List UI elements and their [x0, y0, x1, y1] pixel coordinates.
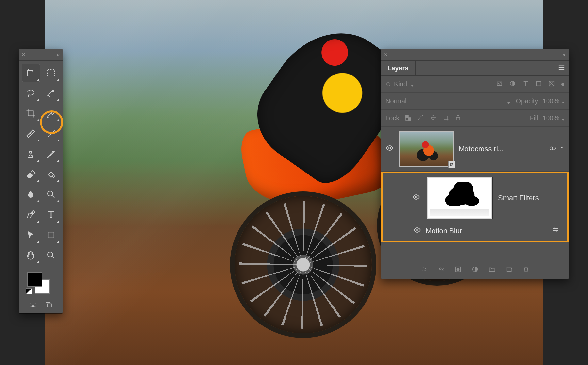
svg-rect-3: [48, 232, 54, 238]
tutorial-highlight-rect: Smart Filters Motion Blur: [381, 172, 569, 242]
svg-rect-17: [456, 117, 460, 120]
fill-label: Fill:: [530, 114, 540, 122]
eraser-tool[interactable]: [22, 165, 40, 183]
quick-mask-icon[interactable]: [28, 300, 38, 309]
svg-point-18: [389, 147, 391, 149]
new-group-icon[interactable]: [488, 266, 496, 274]
layer-row[interactable]: ▧ Motocross ri... ⌃: [381, 127, 569, 172]
lock-pixels-icon[interactable]: [417, 114, 424, 122]
new-adjustment-icon[interactable]: [471, 266, 479, 274]
chevron-down-icon: [507, 98, 510, 106]
lock-artboard-icon[interactable]: [442, 114, 449, 122]
zoom-tool[interactable]: [42, 246, 60, 264]
svg-rect-8: [47, 304, 51, 307]
fill-value[interactable]: 100%: [543, 114, 559, 122]
svg-rect-0: [48, 70, 54, 76]
close-icon[interactable]: ×: [22, 51, 25, 58]
svg-rect-28: [507, 267, 511, 272]
visibility-toggle-icon[interactable]: [411, 193, 421, 203]
tab-layers[interactable]: Layers: [381, 61, 416, 75]
visibility-toggle-icon[interactable]: [413, 226, 421, 236]
filter-type-icon[interactable]: [522, 80, 529, 89]
chevron-down-icon[interactable]: [562, 115, 564, 123]
add-mask-icon[interactable]: [454, 266, 462, 274]
svg-point-2: [48, 191, 53, 196]
svg-point-21: [415, 196, 417, 198]
expand-filters-icon[interactable]: ⌃: [560, 145, 564, 153]
svg-rect-5: [30, 303, 36, 307]
svg-rect-7: [46, 303, 50, 306]
visibility-toggle-icon[interactable]: [385, 144, 395, 154]
filter-toggle-icon[interactable]: [561, 83, 564, 86]
filter-blend-options-icon[interactable]: [552, 226, 559, 236]
opacity-label: Opacity:: [516, 97, 540, 105]
lasso-tool[interactable]: [22, 84, 40, 102]
foreground-color-swatch[interactable]: [27, 272, 42, 287]
svg-rect-15: [406, 115, 408, 118]
svg-rect-16: [408, 118, 411, 120]
layer-thumbnail[interactable]: [399, 131, 454, 167]
lock-label: Lock:: [385, 114, 401, 122]
collapse-icon[interactable]: «: [563, 51, 566, 58]
dodge-tool[interactable]: [42, 186, 60, 203]
blend-mode-select[interactable]: Normal: [385, 97, 512, 105]
filter-label: Kind: [394, 80, 407, 88]
close-icon[interactable]: ×: [384, 51, 388, 58]
default-colors-icon[interactable]: [26, 288, 32, 294]
smart-object-badge-icon: ▧: [448, 161, 455, 168]
color-swatches[interactable]: [25, 270, 51, 295]
type-tool[interactable]: [42, 206, 60, 224]
svg-point-6: [32, 304, 34, 306]
shape-tool[interactable]: [42, 226, 60, 244]
layers-empty-area: [381, 242, 569, 261]
filter-mask-thumbnail[interactable]: [427, 177, 492, 219]
crop-tool[interactable]: [22, 105, 40, 122]
svg-rect-12: [537, 81, 541, 86]
filter-adjust-icon[interactable]: [509, 80, 516, 89]
blur-tool[interactable]: [22, 186, 40, 203]
svg-point-23: [554, 228, 555, 229]
layer-filter-select[interactable]: Kind: [385, 80, 492, 88]
filter-shape-icon[interactable]: [535, 80, 542, 89]
panel-menu-icon[interactable]: [558, 65, 565, 72]
delete-layer-icon[interactable]: [522, 266, 530, 274]
ruler-tool[interactable]: [22, 125, 40, 142]
history-brush-tool[interactable]: [42, 145, 60, 163]
lock-transparency-icon[interactable]: [405, 114, 412, 122]
layers-panel: × « Layers Kind Normal: [381, 49, 569, 279]
paint-bucket-tool[interactable]: [42, 165, 60, 183]
lock-all-icon[interactable]: [455, 114, 461, 122]
smart-filters-row[interactable]: Smart Filters: [383, 173, 567, 223]
linked-smart-object-icon: [549, 145, 556, 153]
chevron-down-icon: [411, 82, 414, 88]
layer-name[interactable]: Motocross ri...: [459, 145, 545, 153]
smart-filter-entry[interactable]: Motion Blur: [383, 223, 567, 241]
svg-point-9: [386, 82, 389, 85]
quick-select-tool[interactable]: [42, 84, 60, 102]
svg-point-4: [48, 252, 53, 257]
screen-mode-icon[interactable]: [44, 300, 53, 309]
filter-pixel-icon[interactable]: [496, 80, 503, 89]
marquee-tool[interactable]: [42, 64, 60, 82]
lock-position-icon[interactable]: [430, 114, 436, 122]
svg-point-22: [416, 229, 418, 231]
tab-label: Layers: [387, 64, 409, 72]
move-tool[interactable]: [22, 64, 40, 82]
chevron-down-icon[interactable]: [562, 99, 564, 105]
pen-tool[interactable]: [22, 206, 40, 224]
brush-tool[interactable]: [42, 125, 60, 142]
path-select-tool[interactable]: [22, 226, 40, 244]
svg-point-24: [556, 230, 557, 231]
opacity-value[interactable]: 100%: [543, 97, 559, 105]
clone-stamp-tool[interactable]: [22, 145, 40, 163]
wheel-icon: [235, 196, 372, 333]
link-layers-icon[interactable]: [420, 266, 428, 274]
blend-mode-value: Normal: [385, 97, 406, 105]
hand-tool[interactable]: [22, 246, 40, 264]
new-layer-icon[interactable]: [505, 266, 513, 274]
layer-fx-icon[interactable]: [437, 266, 445, 274]
smart-filters-heading: Smart Filters: [498, 194, 539, 202]
eyedropper-tool[interactable]: [42, 105, 60, 122]
collapse-icon[interactable]: «: [57, 51, 60, 58]
filter-smart-icon[interactable]: [548, 80, 555, 89]
